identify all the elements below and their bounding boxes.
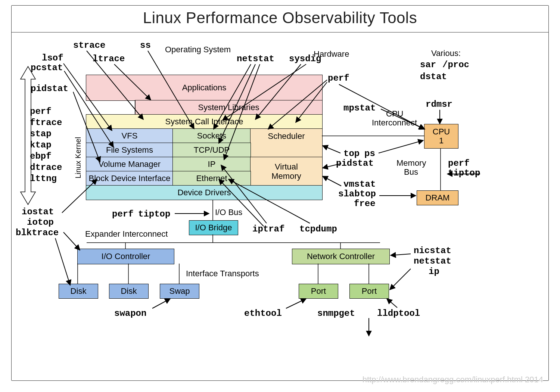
text-cpu1: CPU (433, 127, 450, 136)
tool-lsof: lsof (42, 53, 63, 63)
footer-credit: http://www.brendangregg.com/linuxperf.ht… (363, 375, 543, 385)
tool-free: free (354, 199, 376, 209)
tool-blktrace: blktrace (16, 228, 59, 238)
label-iobus: I/O Bus (215, 208, 242, 217)
tool-sysdig: sysdig (289, 54, 321, 64)
tool-tiptop2: tiptop (138, 209, 170, 219)
tool-perf: perf (328, 73, 349, 83)
text-disk1: Disk (71, 286, 87, 296)
block-iobridge: I/O Bridge (189, 220, 238, 235)
label-expander: Expander Interconnect (85, 229, 168, 239)
text-dram: DRAM (426, 193, 450, 203)
title-rule (11, 32, 549, 32)
tool-netstat2: netstat (414, 256, 451, 266)
tool-perf2: perf (448, 158, 470, 168)
text-syscall: System Call Interface (165, 117, 243, 127)
tool-proc: /proc (442, 60, 469, 70)
tool-ethtool: ethtool (244, 308, 282, 318)
text-blockdev: Block Device Interface (89, 174, 171, 183)
text-syslib: System Libraries (198, 103, 259, 112)
block-port1: Port (299, 284, 338, 299)
text-virtmem: Virtual Memory (271, 162, 301, 181)
tool-vmstat: vmstat (343, 179, 376, 189)
tool-swapon: swapon (114, 308, 146, 318)
tool-iostat: iostat (22, 207, 54, 217)
label-membus2: Bus (404, 167, 418, 177)
tool-slabtop: slabtop (338, 189, 376, 199)
tool-lldptool: lldptool (377, 308, 420, 318)
block-tcpudp: TCP/UDP (172, 143, 251, 158)
text-volmgr: Volume Manager (99, 159, 161, 169)
block-syscall: System Call Interface (86, 114, 323, 129)
text-cpu1n: 1 (439, 136, 444, 145)
tool-ip2: ip (429, 267, 439, 277)
block-dram: DRAM (417, 190, 458, 205)
tool-top: top (343, 149, 360, 159)
tool-strace: strace (73, 40, 105, 50)
text-ip: IP (208, 159, 216, 169)
label-membus1: Memory (396, 158, 426, 168)
text-tcpudp: TCP/UDP (194, 145, 230, 155)
tool-nicstat: nicstat (414, 246, 451, 256)
tool-kernel-tracers: perf ftrace stap ktap ebpf dtrace lttng (30, 106, 62, 184)
label-various: Various: (431, 49, 461, 58)
block-applications: Applications (86, 75, 323, 101)
tool-pidstat2: pidstat (336, 158, 374, 168)
text-disk2: Disk (121, 286, 137, 296)
tool-ss: ss (140, 40, 151, 50)
label-cpu-ic1: CPU (386, 109, 403, 119)
block-sockets: Sockets (172, 128, 251, 143)
tool-iptraf: iptraf (252, 224, 284, 234)
block-syslib: System Libraries (135, 100, 323, 115)
text-iobridge: I/O Bridge (195, 223, 232, 233)
text-ethernet: Ethernet (196, 174, 227, 183)
tool-ltrace: ltrace (93, 54, 125, 64)
block-scheduler: Scheduler (250, 128, 323, 158)
tool-perf3: perf (112, 209, 134, 219)
tool-pidstat: pidstat (31, 84, 68, 94)
tool-iotop: iotop (27, 217, 54, 227)
block-port2: Port (349, 284, 389, 299)
block-disk2: Disk (109, 284, 149, 299)
page-title: Linux Performance Observability Tools (0, 9, 560, 27)
text-vfs: VFS (122, 131, 138, 141)
label-os: Operating System (165, 45, 231, 55)
block-netcontroller: Network Controller (292, 249, 390, 264)
tool-mpstat: mpstat (343, 103, 376, 113)
text-iocontroller: I/O Controller (102, 252, 150, 261)
tool-rdmsr: rdmsr (426, 99, 452, 109)
block-volmgr: Volume Manager (86, 157, 173, 172)
text-netcontroller: Network Controller (307, 252, 375, 261)
text-applications: Applications (182, 83, 227, 93)
label-cpu-ic2: Interconnect (372, 118, 417, 128)
block-disk1: Disk (59, 284, 98, 299)
tool-tcpdump: tcpdump (299, 224, 337, 234)
tool-ps: ps (364, 149, 375, 159)
block-swap: Swap (160, 284, 199, 299)
block-iocontroller: I/O Controller (77, 249, 174, 264)
tool-netstat: netstat (237, 54, 274, 64)
text-scheduler: Scheduler (268, 131, 305, 141)
block-blockdev: Block Device Interface (86, 171, 173, 186)
text-port2: Port (362, 286, 377, 296)
block-fs: File Systems (86, 143, 173, 158)
text-swap: Swap (169, 286, 190, 296)
label-kernel: Linux Kernel (74, 137, 83, 178)
block-ip: IP (172, 157, 251, 172)
block-vfs: VFS (86, 128, 173, 143)
text-port1: Port (311, 286, 326, 296)
tool-dstat: dstat (420, 72, 447, 82)
block-cpu: CPU 1 (424, 124, 458, 149)
block-ethernet: Ethernet (172, 171, 251, 186)
text-drivers: Device Drivers (177, 188, 231, 197)
text-fs: File Systems (106, 145, 153, 155)
tool-pcstat: pcstat (31, 63, 63, 73)
block-drivers: Device Drivers (86, 185, 323, 200)
label-iftrans: Interface Transports (186, 269, 259, 279)
tool-tiptop: tiptop (448, 168, 480, 178)
text-sockets: Sockets (197, 131, 226, 141)
tool-snmpget: snmpget (317, 308, 355, 318)
tool-sar: sar (420, 60, 436, 70)
block-virtmem: Virtual Memory (250, 157, 323, 186)
